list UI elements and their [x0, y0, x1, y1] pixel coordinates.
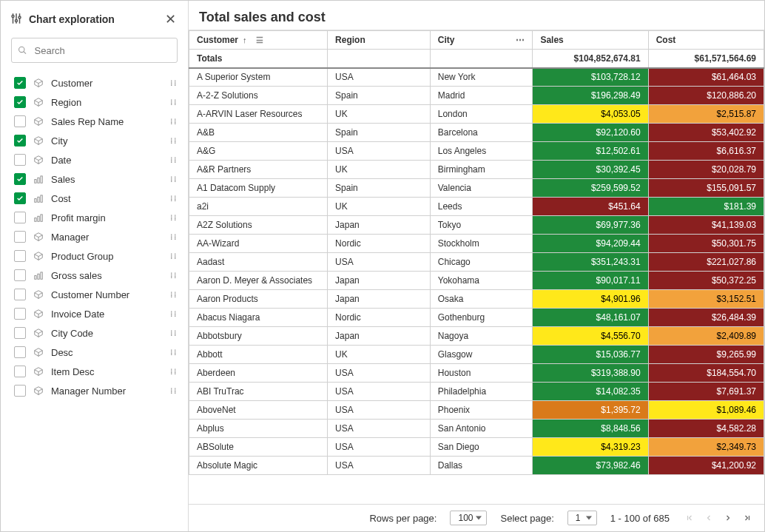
page-last-button[interactable]: [741, 511, 754, 525]
drag-handle-icon[interactable]: ⁞⁞: [167, 233, 181, 241]
page-first-button[interactable]: [683, 511, 696, 525]
drag-handle-icon[interactable]: ⁞⁞: [167, 329, 181, 337]
checkbox[interactable]: [14, 77, 26, 89]
table-scroll[interactable]: Customer ↑☰RegionCity⋯SalesCost Totals$1…: [189, 30, 764, 504]
cell-cost[interactable]: $155,091.57: [648, 179, 764, 198]
cell-region[interactable]: Spain: [328, 87, 431, 105]
cell-customer[interactable]: A-ARVIN Laser Resources: [189, 105, 328, 124]
cell-customer[interactable]: A&R Partners: [189, 161, 328, 179]
drag-handle-icon[interactable]: ⁞⁞: [167, 368, 181, 376]
cell-sales[interactable]: $69,977.36: [533, 216, 648, 235]
cell-customer[interactable]: Abbott: [189, 346, 328, 364]
cell-customer[interactable]: AA-Wizard: [189, 235, 328, 253]
cell-cost[interactable]: $6,616.37: [648, 142, 764, 161]
table-row[interactable]: ABI TruTracUSAPhiladelphia$14,082.35$7,6…: [189, 383, 764, 401]
drag-handle-icon[interactable]: ⁞⁞: [167, 175, 181, 183]
cell-city[interactable]: Glasgow: [430, 346, 533, 364]
cell-sales[interactable]: $92,120.60: [533, 124, 648, 142]
table-row[interactable]: Absolute MagicUSADallas$73,982.46$41,200…: [189, 457, 764, 475]
cell-customer[interactable]: A Superior System: [189, 68, 328, 87]
field-item-invoice-date[interactable]: Invoice Date⁞⁞: [1, 304, 188, 323]
column-header-city[interactable]: City⋯: [430, 31, 533, 50]
page-prev-button[interactable]: [702, 511, 715, 525]
cell-region[interactable]: Spain: [328, 124, 431, 142]
cell-cost[interactable]: $26,484.39: [648, 309, 764, 327]
table-row[interactable]: A&R PartnersUKBirmingham$30,392.45$20,02…: [189, 161, 764, 179]
cell-region[interactable]: USA: [328, 142, 431, 161]
cell-cost[interactable]: $1,089.46: [648, 401, 764, 420]
page-next-button[interactable]: [721, 511, 735, 525]
checkbox[interactable]: [14, 231, 26, 243]
checkbox[interactable]: [14, 115, 26, 127]
field-item-manager[interactable]: Manager⁞⁞: [1, 227, 188, 246]
checkbox[interactable]: [14, 327, 26, 339]
drag-handle-icon[interactable]: ⁞⁞: [167, 98, 181, 107]
field-item-item-desc[interactable]: Item Desc⁞⁞: [1, 362, 188, 381]
cell-cost[interactable]: $41,139.03: [648, 216, 764, 235]
cell-region[interactable]: Nordic: [328, 309, 431, 327]
cell-customer[interactable]: Aaron Products: [189, 290, 328, 309]
field-item-sales-rep-name[interactable]: Sales Rep Name⁞⁞: [1, 112, 188, 131]
cell-city[interactable]: Madrid: [430, 87, 533, 105]
field-item-sales[interactable]: Sales⁞⁞: [1, 169, 188, 189]
cell-sales[interactable]: $4,901.96: [533, 290, 648, 309]
cell-customer[interactable]: Abacus Niagara: [189, 309, 328, 327]
cell-cost[interactable]: $3,152.51: [648, 290, 764, 309]
cell-region[interactable]: Japan: [328, 272, 431, 290]
cell-city[interactable]: Leeds: [430, 198, 533, 216]
cell-region[interactable]: USA: [328, 457, 431, 475]
checkbox[interactable]: [14, 250, 26, 262]
cell-sales[interactable]: $4,556.70: [533, 327, 648, 346]
cell-customer[interactable]: Absolute Magic: [189, 457, 328, 475]
cell-city[interactable]: San Antonio: [430, 420, 533, 438]
drag-handle-icon[interactable]: ⁞⁞: [167, 195, 181, 203]
cell-customer[interactable]: A-2-Z Solutions: [189, 87, 328, 105]
cell-customer[interactable]: Aaron D. Meyer & Associates: [189, 272, 328, 290]
cell-city[interactable]: Los Angeles: [430, 142, 533, 161]
drag-handle-icon[interactable]: ⁞⁞: [167, 156, 181, 164]
cell-city[interactable]: Nagoya: [430, 327, 533, 346]
cell-sales[interactable]: $4,053.05: [533, 105, 648, 124]
table-row[interactable]: A Superior SystemUSANew York$103,728.12$…: [189, 68, 764, 87]
cell-sales[interactable]: $8,848.56: [533, 420, 648, 438]
cell-customer[interactable]: Aadast: [189, 253, 328, 272]
cell-region[interactable]: USA: [328, 420, 431, 438]
checkbox[interactable]: [14, 96, 26, 108]
table-row[interactable]: Aaron D. Meyer & AssociatesJapanYokohama…: [189, 272, 764, 290]
cell-region[interactable]: Spain: [328, 179, 431, 198]
cell-cost[interactable]: $4,582.28: [648, 420, 764, 438]
cell-customer[interactable]: A&B: [189, 124, 328, 142]
cell-cost[interactable]: $53,402.92: [648, 124, 764, 142]
field-item-date[interactable]: Date⁞⁞: [1, 150, 188, 169]
field-item-region[interactable]: Region⁞⁞: [1, 92, 188, 112]
cell-sales[interactable]: $48,161.07: [533, 309, 648, 327]
column-header-cost[interactable]: Cost: [648, 31, 764, 50]
cell-customer[interactable]: A2Z Solutions: [189, 216, 328, 235]
field-item-city-code[interactable]: City Code⁞⁞: [1, 323, 188, 343]
cell-customer[interactable]: a2i: [189, 198, 328, 216]
cell-city[interactable]: Houston: [430, 364, 533, 383]
search-input[interactable]: [33, 44, 171, 57]
cell-cost[interactable]: $20,028.79: [648, 161, 764, 179]
cell-region[interactable]: Japan: [328, 327, 431, 346]
table-row[interactable]: A-ARVIN Laser ResourcesUKLondon$4,053.05…: [189, 105, 764, 124]
column-header-region[interactable]: Region: [328, 31, 431, 50]
cell-city[interactable]: San Diego: [430, 438, 533, 457]
search-input-wrap[interactable]: [11, 38, 178, 63]
drag-handle-icon[interactable]: ⁞⁞: [167, 310, 181, 318]
cell-region[interactable]: USA: [328, 68, 431, 87]
cell-sales[interactable]: $196,298.49: [533, 87, 648, 105]
checkbox[interactable]: [14, 212, 26, 223]
column-menu-icon[interactable]: ⋯: [516, 35, 525, 45]
field-item-product-group[interactable]: Product Group⁞⁞: [1, 246, 188, 266]
cell-cost[interactable]: $2,349.73: [648, 438, 764, 457]
cell-city[interactable]: Tokyo: [430, 216, 533, 235]
cell-cost[interactable]: $2,515.87: [648, 105, 764, 124]
field-item-gross-sales[interactable]: Gross sales⁞⁞: [1, 266, 188, 285]
cell-city[interactable]: Gothenburg: [430, 309, 533, 327]
drag-handle-icon[interactable]: ⁞⁞: [167, 118, 181, 126]
field-item-city[interactable]: City⁞⁞: [1, 131, 188, 150]
cell-customer[interactable]: A1 Datacom Supply: [189, 179, 328, 198]
table-row[interactable]: AboveNetUSAPhoenix$1,395.72$1,089.46: [189, 401, 764, 420]
table-row[interactable]: Aaron ProductsJapanOsaka$4,901.96$3,152.…: [189, 290, 764, 309]
